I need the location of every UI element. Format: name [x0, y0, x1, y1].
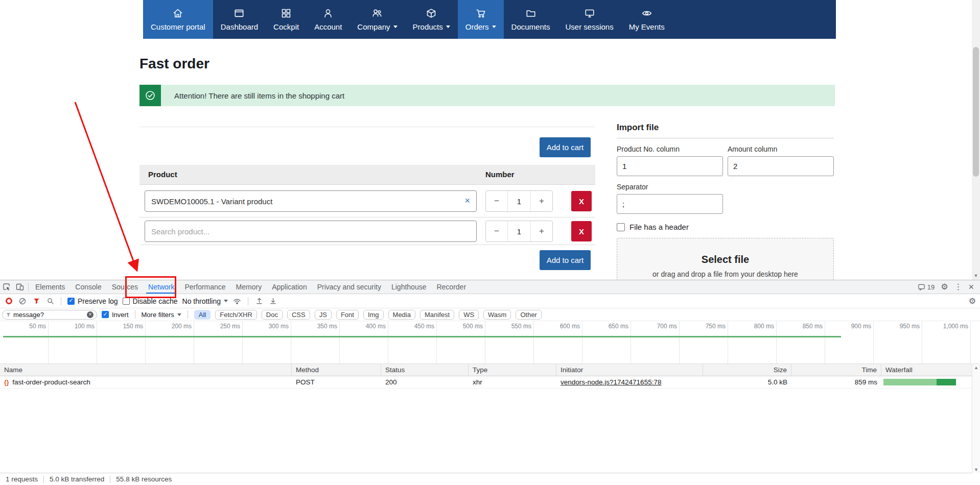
scroll-down-icon[interactable]: ▼: [972, 467, 980, 472]
scroll-down-icon[interactable]: ▼: [972, 273, 980, 278]
filter-pill-font[interactable]: Font: [336, 310, 359, 320]
checkbox-checked-icon[interactable]: [67, 298, 75, 305]
decrease-quantity-button[interactable]: −: [486, 221, 507, 241]
clear-product-icon[interactable]: ×: [464, 195, 470, 207]
xhr-request-icon: {}: [4, 379, 9, 386]
file-has-header-checkbox[interactable]: [617, 223, 625, 231]
add-to-cart-button-top[interactable]: Add to cart: [540, 137, 591, 157]
filter-pill-js[interactable]: JS: [315, 310, 332, 320]
nav-item-my-events[interactable]: My Events: [621, 0, 672, 39]
nav-item-company[interactable]: Company: [349, 0, 405, 39]
filter-pill-wasm[interactable]: Wasm: [483, 310, 511, 320]
nav-item-dashboard[interactable]: Dashboard: [213, 0, 266, 39]
request-name-cell[interactable]: {} fast-order-product-search: [0, 376, 292, 388]
page-scrollbar[interactable]: ▼: [972, 0, 980, 280]
column-header-type[interactable]: Type: [469, 364, 556, 376]
more-options-icon[interactable]: ⋮: [954, 283, 962, 291]
quantity-value[interactable]: 1: [507, 221, 531, 241]
product-no-column-input[interactable]: [617, 156, 723, 176]
export-har-icon[interactable]: [268, 297, 277, 306]
initiator-link[interactable]: vendors-node.js?1742471655:78: [561, 378, 661, 386]
product-column-header: Product: [148, 170, 177, 179]
filter-pill-img[interactable]: Img: [363, 310, 384, 320]
nav-item-products[interactable]: Products: [405, 0, 458, 39]
import-har-icon[interactable]: [254, 297, 264, 306]
nav-item-cockpit[interactable]: Cockpit: [266, 0, 307, 39]
console-messages-button[interactable]: 19: [918, 283, 935, 291]
network-conditions-icon[interactable]: [232, 297, 242, 306]
product-search-input-2[interactable]: [145, 221, 477, 242]
tab-lighthouse[interactable]: Lighthouse: [386, 280, 432, 294]
remove-row-button-1[interactable]: X: [571, 191, 592, 211]
separator-input[interactable]: [617, 194, 723, 214]
filter-pill-media[interactable]: Media: [388, 310, 415, 320]
scrollbar-thumb[interactable]: [973, 47, 979, 177]
checkbox-unchecked-icon[interactable]: [123, 298, 130, 305]
timeline-tick: 850 ms: [777, 321, 825, 363]
inspect-element-icon[interactable]: [0, 280, 13, 294]
tab-privacy-and-security[interactable]: Privacy and security: [312, 280, 386, 294]
product-search-input-1[interactable]: [145, 190, 477, 212]
nav-item-user-sessions[interactable]: User sessions: [557, 0, 621, 39]
toolbar-divider: [61, 297, 61, 305]
more-filters-dropdown[interactable]: More filters: [142, 311, 181, 319]
column-header-waterfall[interactable]: Waterfall: [881, 364, 980, 376]
filter-pill-manifest[interactable]: Manifest: [420, 310, 454, 320]
tab-performance[interactable]: Performance: [179, 280, 230, 294]
nav-item-account[interactable]: Account: [307, 0, 349, 39]
nav-item-customer-portal[interactable]: Customer portal: [143, 0, 213, 39]
remove-row-button-2[interactable]: X: [571, 221, 592, 241]
invert-filter-checkbox[interactable]: Invert: [102, 311, 129, 319]
tab-application[interactable]: Application: [267, 280, 312, 294]
network-timeline-overview[interactable]: 50 ms 100 ms 150 ms 200 ms 250 ms 300 ms…: [0, 321, 980, 364]
title-divider: [617, 138, 834, 138]
preserve-log-checkbox[interactable]: Preserve log: [67, 297, 118, 305]
quantity-value[interactable]: 1: [507, 191, 531, 211]
filter-input[interactable]: [13, 311, 85, 319]
scroll-up-icon[interactable]: ▲: [972, 365, 980, 370]
filter-pill-fetch-xhr[interactable]: Fetch/XHR: [215, 310, 257, 320]
filter-input-box[interactable]: ×: [2, 310, 97, 320]
checkbox-checked-icon[interactable]: [102, 311, 109, 318]
clear-filter-icon[interactable]: ×: [87, 311, 94, 318]
settings-gear-icon[interactable]: ⚙: [941, 283, 948, 291]
network-list-scrollbar[interactable]: ▲ ▼: [972, 364, 980, 473]
close-devtools-icon[interactable]: ×: [968, 282, 974, 292]
device-toolbar-icon[interactable]: [13, 280, 27, 294]
column-header-size[interactable]: Size: [703, 364, 791, 376]
tab-sources[interactable]: Sources: [107, 280, 143, 294]
select-file-label[interactable]: Select file: [617, 254, 833, 265]
filter-pill-doc[interactable]: Doc: [262, 310, 283, 320]
package-icon: [426, 8, 437, 19]
filter-pill-all[interactable]: All: [194, 310, 211, 320]
filter-funnel-icon[interactable]: [32, 297, 41, 306]
filter-pill-ws[interactable]: WS: [459, 310, 479, 320]
nav-item-orders[interactable]: Orders: [458, 0, 504, 39]
tab-recorder[interactable]: Recorder: [431, 280, 471, 294]
disable-cache-checkbox[interactable]: Disable cache: [123, 297, 178, 305]
filter-pill-other[interactable]: Other: [516, 310, 542, 320]
network-settings-gear-icon[interactable]: ⚙: [969, 297, 976, 305]
increase-quantity-button[interactable]: +: [531, 191, 552, 211]
search-icon[interactable]: [45, 297, 55, 306]
filter-pill-css[interactable]: CSS: [287, 310, 310, 320]
column-header-name[interactable]: Name: [0, 364, 292, 376]
column-header-method[interactable]: Method: [292, 364, 381, 376]
tab-memory[interactable]: Memory: [231, 280, 267, 294]
tab-elements[interactable]: Elements: [30, 280, 70, 294]
add-to-cart-button-bottom[interactable]: Add to cart: [540, 250, 591, 270]
record-network-log-icon[interactable]: [4, 297, 13, 306]
decrease-quantity-button[interactable]: −: [486, 191, 507, 211]
column-header-status[interactable]: Status: [381, 364, 469, 376]
nav-item-documents[interactable]: Documents: [504, 0, 558, 39]
column-header-time[interactable]: Time: [791, 364, 881, 376]
tab-network[interactable]: Network: [143, 280, 179, 294]
clear-network-log-icon[interactable]: [18, 297, 27, 306]
column-header-initiator[interactable]: Initiator: [556, 364, 703, 376]
amount-column-input[interactable]: [728, 156, 834, 176]
network-request-row[interactable]: {} fast-order-product-search POST 200 xh…: [0, 376, 980, 389]
increase-quantity-button[interactable]: +: [531, 221, 552, 241]
folder-icon: [525, 8, 536, 19]
throttling-dropdown[interactable]: No throttling: [182, 297, 228, 305]
tab-console[interactable]: Console: [70, 280, 106, 294]
